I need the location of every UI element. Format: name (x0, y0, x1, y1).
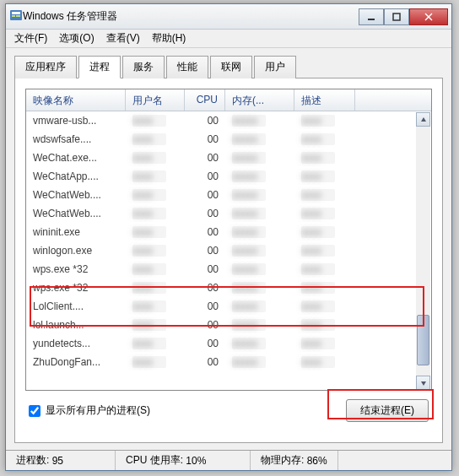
list-body: vmware-usb...xxxx00xxxxxxxxxwdswfsafe...… (26, 111, 431, 390)
table-row[interactable]: LolClient....xxxx00xxxxxxxxx (26, 297, 431, 316)
cell-user-name: xxxx (126, 335, 185, 352)
cell-user-name: xxxx (126, 298, 185, 315)
table-row[interactable]: WeChatWeb....xxxx00xxxxxxxxx (26, 204, 431, 223)
svg-rect-3 (16, 15, 20, 17)
cell-user-name: xxxx (126, 316, 185, 333)
close-button[interactable] (409, 8, 448, 25)
cell-cpu: 00 (185, 261, 225, 278)
cell-user-name: xxxx (126, 131, 185, 148)
cell-memory: xxxxx (225, 298, 294, 315)
table-row[interactable]: wininit.exexxxx00xxxxxxxxx (26, 223, 431, 241)
table-row[interactable]: WeChat.exe...xxxx00xxxxxxxxx (26, 149, 431, 167)
tab-applications[interactable]: 应用程序 (14, 56, 77, 78)
cell-description: xxxx (294, 112, 355, 129)
svg-rect-1 (12, 12, 20, 14)
cell-description: xxxx (294, 242, 355, 259)
table-row[interactable]: wps.exe *32xxxx00xxxxxxxxx (26, 260, 431, 279)
process-list[interactable]: 映像名称 用户名 CPU 内存(... 描述 vmware-usb...xxxx… (25, 89, 432, 391)
scroll-down-arrow[interactable] (416, 376, 430, 390)
table-row[interactable]: WeChatWeb....xxxx00xxxxxxxxx (26, 186, 431, 204)
cell-image-name: WeChatWeb.... (26, 205, 126, 222)
cell-cpu: 00 (185, 279, 225, 296)
vertical-scrollbar[interactable] (416, 112, 430, 390)
cell-user-name: xxxx (126, 187, 185, 203)
cell-user-name: xxxx (126, 168, 185, 185)
status-process-count: 进程数: 95 (6, 451, 116, 470)
cell-user-name: xxxx (126, 261, 185, 278)
tab-content: 映像名称 用户名 CPU 内存(... 描述 vmware-usb...xxxx… (14, 78, 443, 443)
cell-cpu: 00 (185, 112, 225, 129)
scroll-thumb[interactable] (417, 315, 429, 365)
table-row[interactable]: vmware-usb...xxxx00xxxxxxxxx (26, 111, 431, 130)
menu-options[interactable]: 选项(O) (59, 31, 94, 46)
cell-cpu: 00 (185, 316, 225, 333)
cell-memory: xxxxx (225, 354, 294, 371)
table-row[interactable]: winlogon.exexxxx00xxxxxxxxx (26, 241, 431, 260)
cell-image-name: yundetects... (26, 335, 126, 352)
table-row[interactable]: yundetects...xxxx00xxxxxxxxx (26, 334, 431, 353)
cell-memory: xxxxx (225, 112, 294, 129)
status-bar: 进程数: 95 CPU 使用率: 10% 物理内存: 86% (6, 450, 451, 470)
cell-image-name: wdswfsafe.... (26, 131, 126, 148)
svg-rect-2 (12, 15, 15, 17)
col-description[interactable]: 描述 (294, 89, 355, 111)
cell-memory: xxxxx (225, 205, 294, 222)
tab-processes[interactable]: 进程 (78, 56, 121, 78)
col-image-name[interactable]: 映像名称 (26, 89, 126, 111)
titlebar[interactable]: Windows 任务管理器 (6, 4, 451, 30)
cell-cpu: 00 (185, 354, 225, 371)
cell-image-name: winlogon.exe (26, 242, 126, 259)
list-header: 映像名称 用户名 CPU 内存(... 描述 (26, 89, 431, 111)
cell-image-name: wps.exe *32 (26, 261, 126, 278)
maximize-button[interactable] (384, 8, 409, 25)
show-all-users-label: 显示所有用户的进程(S) (46, 403, 150, 418)
tab-networking[interactable]: 联网 (210, 56, 252, 78)
tab-users[interactable]: 用户 (254, 56, 296, 78)
app-icon (9, 8, 23, 24)
cell-memory: xxxxx (225, 168, 294, 185)
col-cpu[interactable]: CPU (185, 89, 225, 111)
cell-description: xxxx (294, 168, 355, 185)
cell-image-name: wininit.exe (26, 224, 126, 241)
scroll-up-arrow[interactable] (416, 112, 430, 127)
minimize-button[interactable] (359, 8, 384, 25)
cell-user-name: xxxx (126, 242, 185, 259)
cell-memory: xxxxx (225, 316, 294, 333)
show-all-users-checkbox[interactable]: 显示所有用户的进程(S) (29, 403, 150, 418)
tab-bar: 应用程序 进程 服务 性能 联网 用户 (14, 55, 443, 78)
cell-description: xxxx (294, 298, 355, 315)
menubar: 文件(F) 选项(O) 查看(V) 帮助(H) (6, 30, 451, 48)
cell-description: xxxx (294, 187, 355, 203)
table-row[interactable]: wdswfsafe....xxxx00xxxxxxxxx (26, 130, 431, 149)
tab-services[interactable]: 服务 (122, 56, 165, 78)
cell-cpu: 00 (185, 205, 225, 222)
table-row[interactable]: WeChatApp....xxxx00xxxxxxxxx (26, 167, 431, 186)
col-memory[interactable]: 内存(... (225, 89, 294, 111)
cell-image-name: WeChat.exe... (26, 149, 126, 166)
cell-cpu: 00 (185, 168, 225, 185)
menu-file[interactable]: 文件(F) (14, 31, 47, 46)
cell-user-name: xxxx (126, 112, 185, 129)
menu-help[interactable]: 帮助(H) (152, 31, 186, 46)
menu-view[interactable]: 查看(V) (106, 31, 140, 46)
tab-performance[interactable]: 性能 (166, 56, 208, 78)
cell-cpu: 00 (185, 242, 225, 259)
table-row[interactable]: ZhuDongFan...xxxx00xxxxxxxxx (26, 353, 431, 371)
cell-image-name: LolClient.... (26, 298, 126, 315)
status-memory: 物理内存: 86% (251, 451, 338, 470)
cell-user-name: xxxx (126, 205, 185, 222)
table-row[interactable]: lol.launch...xxxx00xxxxxxxxx (26, 316, 431, 334)
cell-description: xxxx (294, 354, 355, 371)
cell-cpu: 00 (185, 224, 225, 241)
col-user-name[interactable]: 用户名 (126, 89, 185, 111)
table-row[interactable]: wps.exe *32xxxx00xxxxxxxxx (26, 279, 431, 297)
task-manager-window: Windows 任务管理器 文件(F) 选项(O) 查看(V) 帮助(H) 应用… (5, 3, 452, 471)
cell-description: xxxx (294, 335, 355, 352)
cell-image-name: vmware-usb... (26, 112, 126, 129)
cell-description: xxxx (294, 279, 355, 296)
cell-user-name: xxxx (126, 279, 185, 296)
cell-memory: xxxxx (225, 149, 294, 166)
show-all-users-input[interactable] (29, 405, 40, 417)
end-process-button[interactable]: 结束进程(E) (346, 399, 429, 422)
svg-marker-8 (421, 117, 426, 122)
